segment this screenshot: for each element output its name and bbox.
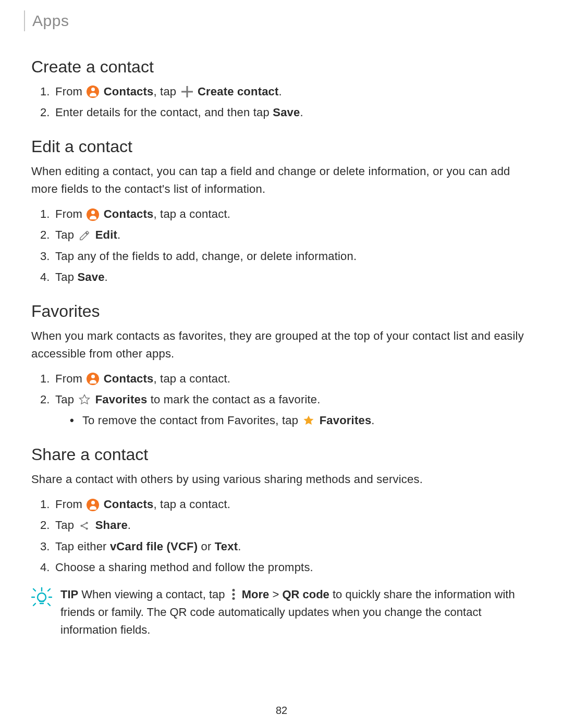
text: , tap a contact. xyxy=(154,372,231,385)
text: , tap xyxy=(154,85,180,98)
svg-line-3 xyxy=(83,523,87,525)
label-favorites: Favorites xyxy=(320,414,372,427)
list-item: To remove the contact from Favorites, ta… xyxy=(70,412,532,429)
svg-point-2 xyxy=(86,527,88,529)
text: . xyxy=(117,228,120,241)
label-create-contact: Create contact xyxy=(198,85,279,98)
tip-block: TIP When viewing a contact, tap More > Q… xyxy=(31,586,532,639)
text: Tap xyxy=(55,519,77,532)
text: , tap a contact. xyxy=(154,498,231,511)
favorites-intro: When you mark contacts as favorites, the… xyxy=(31,327,532,363)
edit-pencil-icon xyxy=(78,229,91,242)
label-edit: Edit xyxy=(95,228,117,241)
edit-intro: When editing a contact, you can tap a fi… xyxy=(31,163,532,198)
label-contacts: Contacts xyxy=(104,498,154,511)
svg-point-1 xyxy=(86,522,88,524)
heading-share-contact: Share a contact xyxy=(31,445,532,464)
breadcrumb-label: Apps xyxy=(32,12,69,30)
list-item: Tap Edit. xyxy=(53,226,532,244)
text: From xyxy=(55,85,85,98)
label-save: Save xyxy=(77,270,104,283)
label-contacts: Contacts xyxy=(104,85,154,98)
breadcrumb: Apps xyxy=(24,10,532,31)
tip-lightbulb-icon xyxy=(31,587,52,608)
text: . xyxy=(238,540,241,553)
list-item: From Contacts, tap a contact. xyxy=(53,205,532,223)
text: or xyxy=(198,540,215,553)
tip-label: TIP xyxy=(60,588,78,601)
label-vcf: vCard file (VCF) xyxy=(110,540,198,553)
create-steps: From Contacts, tap Create contact. Enter… xyxy=(31,83,532,121)
divider xyxy=(24,10,25,31)
label-save: Save xyxy=(273,106,300,119)
contacts-icon xyxy=(87,208,99,221)
text: From xyxy=(55,207,85,220)
tip-text: TIP When viewing a contact, tap More > Q… xyxy=(60,586,532,639)
heading-edit-contact: Edit a contact xyxy=(31,137,532,156)
text: To remove the contact from Favorites, ta… xyxy=(82,414,301,427)
contacts-icon xyxy=(87,85,99,98)
contacts-icon xyxy=(87,373,99,385)
list-item: Choose a sharing method and follow the p… xyxy=(53,559,532,576)
more-vertical-icon xyxy=(229,588,238,601)
text: From xyxy=(55,372,85,385)
label-contacts: Contacts xyxy=(104,372,154,385)
label-share: Share xyxy=(95,519,128,532)
text: . xyxy=(300,106,303,119)
list-item: From Contacts, tap a contact. xyxy=(53,496,532,513)
share-steps: From Contacts, tap a contact. Tap Share.… xyxy=(31,496,532,576)
list-item: Enter details for the contact, and then … xyxy=(53,104,532,121)
text: From xyxy=(55,498,85,511)
label-qr-code: QR code xyxy=(282,588,329,601)
text: Tap xyxy=(55,393,77,406)
text: Tap either xyxy=(55,540,110,553)
svg-point-5 xyxy=(38,593,46,601)
svg-line-9 xyxy=(33,589,35,591)
label-text: Text xyxy=(215,540,238,553)
text: Enter details for the contact, and then … xyxy=(55,106,273,119)
favorites-steps: From Contacts, tap a contact. Tap Favori… xyxy=(31,370,532,429)
svg-line-4 xyxy=(83,526,87,528)
text: When viewing a contact, tap xyxy=(78,588,228,601)
svg-line-12 xyxy=(48,603,50,606)
star-filled-icon xyxy=(302,414,315,427)
heading-create-contact: Create a contact xyxy=(31,57,532,77)
list-item: Tap Favorites to mark the contact as a f… xyxy=(53,391,532,429)
share-icon xyxy=(78,520,91,532)
label-contacts: Contacts xyxy=(104,207,154,220)
list-item: From Contacts, tap Create contact. xyxy=(53,83,532,101)
list-item: Tap any of the fields to add, change, or… xyxy=(53,248,532,265)
label-favorites: Favorites xyxy=(95,393,148,406)
text: to mark the contact as a favorite. xyxy=(147,393,320,406)
text: . xyxy=(371,414,374,427)
favorites-sublist: To remove the contact from Favorites, ta… xyxy=(55,412,532,429)
svg-line-10 xyxy=(48,589,50,591)
contacts-icon xyxy=(87,499,99,511)
star-outline-icon xyxy=(78,393,91,406)
text: . xyxy=(105,270,108,283)
heading-favorites: Favorites xyxy=(31,302,532,321)
edit-steps: From Contacts, tap a contact. Tap Edit. … xyxy=(31,205,532,286)
label-more: More xyxy=(242,588,270,601)
text: . xyxy=(128,519,131,532)
list-item: Tap Save. xyxy=(53,268,532,286)
plus-icon xyxy=(181,85,193,98)
text: Tap xyxy=(55,228,77,241)
text: . xyxy=(279,85,282,98)
page-number: 82 xyxy=(0,705,563,717)
list-item: Tap Share. xyxy=(53,516,532,534)
text: , tap a contact. xyxy=(154,207,231,220)
text: Tap xyxy=(55,270,77,283)
manual-page: Apps Create a contact From Contacts, tap… xyxy=(0,0,563,660)
list-item: From Contacts, tap a contact. xyxy=(53,370,532,388)
share-intro: Share a contact with others by using var… xyxy=(31,471,532,488)
list-item: Tap either vCard file (VCF) or Text. xyxy=(53,538,532,556)
text: > xyxy=(269,588,282,601)
svg-line-11 xyxy=(33,603,35,606)
